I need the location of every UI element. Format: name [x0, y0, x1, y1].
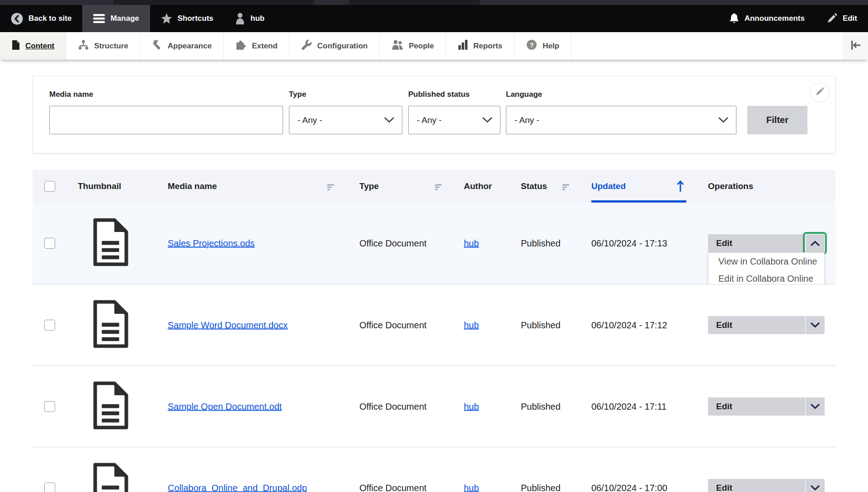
menu-item-structure[interactable]: Structure [66, 32, 141, 60]
table-header-row: Thumbnail Media name Type Author Status … [33, 170, 835, 203]
chevron-down-icon [810, 320, 820, 330]
menu-item-appearance[interactable]: Appearance [141, 32, 224, 60]
help-icon: ? [526, 39, 537, 52]
svg-text:?: ? [530, 41, 534, 49]
author-link[interactable]: hub [464, 238, 479, 249]
browser-tab-strip [0, 0, 868, 5]
row-checkbox[interactable] [44, 238, 55, 249]
manage-label: Manage [110, 14, 139, 23]
menu-item-help[interactable]: ? Help [514, 32, 571, 60]
person-icon [235, 13, 245, 24]
arrow-to-left-bar-icon [849, 39, 861, 53]
hamburger-icon [93, 14, 105, 24]
row-checkbox[interactable] [44, 401, 55, 412]
author-link[interactable]: hub [464, 320, 479, 330]
menu-item-label: Extend [252, 42, 278, 51]
admin-bar-spacer [275, 5, 718, 32]
published-status-select[interactable]: - Any - [408, 106, 500, 134]
chevron-down-icon [384, 115, 395, 125]
media-name-input[interactable] [49, 106, 283, 134]
header-status[interactable]: Status [521, 181, 547, 191]
operations-cell: Edit View in Collabora Online Edit in Co… [708, 234, 825, 252]
status-text: Published [521, 483, 561, 492]
published-status-select-value: - Any - [417, 115, 442, 125]
menu-item-label: Help [542, 42, 559, 51]
type-select[interactable]: - Any - [289, 106, 402, 134]
author-link[interactable]: hub [464, 401, 479, 412]
header-author: Author [464, 181, 492, 191]
pencil-icon [826, 13, 837, 24]
edit-button[interactable]: Edit [708, 316, 805, 334]
row-checkbox[interactable] [44, 483, 55, 492]
media-name-link[interactable]: Sample Word Document.docx [168, 320, 288, 330]
sort-ascending-arrow-icon[interactable] [676, 180, 684, 195]
header-type[interactable]: Type [359, 181, 379, 191]
status-text: Published [521, 238, 561, 249]
menu-item-people[interactable]: People [380, 32, 446, 60]
chevron-down-icon [810, 401, 820, 412]
document-thumbnail-icon [91, 300, 130, 350]
menu-item-configuration[interactable]: Configuration [290, 32, 380, 60]
sort-icon[interactable] [562, 183, 570, 193]
sort-icon[interactable] [435, 183, 443, 193]
header-media-name[interactable]: Media name [168, 181, 217, 191]
edit-mode-label: Edit [843, 14, 857, 23]
menu-item-extend[interactable]: Extend [224, 32, 290, 60]
back-to-site-button[interactable]: Back to site [0, 5, 82, 32]
content-icon [12, 40, 20, 52]
status-text: Published [521, 401, 561, 412]
user-label: hub [250, 14, 264, 23]
operations-toggle[interactable] [805, 479, 825, 492]
document-thumbnail-icon [91, 463, 130, 492]
shortcuts-button[interactable]: Shortcuts [150, 5, 224, 32]
toolbar-collapse-button[interactable] [843, 32, 868, 60]
edit-button[interactable]: Edit [708, 234, 805, 252]
menu-item-view-in-collabora[interactable]: View in Collabora Online [708, 253, 824, 270]
edit-mode-button[interactable]: Edit [816, 5, 868, 32]
operations-toggle-open[interactable] [805, 234, 825, 252]
media-name-link[interactable]: Sample Open Document.odt [168, 401, 282, 412]
pencil-icon [815, 87, 824, 98]
document-thumbnail-icon [91, 218, 130, 269]
language-label: Language [506, 90, 542, 99]
menu-item-label: Configuration [317, 42, 368, 51]
operations-toggle[interactable] [805, 397, 825, 416]
manage-menu-button[interactable]: Manage [82, 5, 150, 32]
header-updated-active-sort[interactable]: Updated [591, 181, 626, 191]
media-name-link[interactable]: Sales Projections.ods [168, 238, 255, 249]
author-link[interactable]: hub [464, 483, 479, 492]
chevron-down-icon [482, 115, 493, 125]
menu-item-label: Content [25, 42, 54, 51]
table-row: Sample Word Document.docx Office Documen… [33, 284, 835, 365]
row-checkbox[interactable] [44, 320, 55, 331]
chevron-down-icon [810, 483, 820, 492]
table-row: Collabora_Online_and_Drupal.odp Office D… [33, 447, 835, 492]
drupal-media-admin-page: Back to site Manage Shortcuts hub Annou [0, 0, 868, 492]
shortcuts-label: Shortcuts [178, 14, 213, 23]
edit-button[interactable]: Edit [708, 479, 805, 492]
media-name-link[interactable]: Collabora_Online_and_Drupal.odp [168, 483, 307, 492]
edit-button[interactable]: Edit [708, 397, 805, 416]
status-text: Published [521, 320, 561, 330]
user-menu-button[interactable]: hub [224, 5, 275, 32]
operations-toggle[interactable] [805, 316, 825, 334]
header-thumbnail: Thumbnail [78, 181, 121, 191]
wrench-icon [302, 40, 312, 52]
media-table: Thumbnail Media name Type Author Status … [33, 170, 835, 492]
filter-button[interactable]: Filter [747, 106, 807, 134]
chevron-down-icon [718, 115, 729, 125]
announcements-button[interactable]: Announcements [718, 5, 816, 32]
sort-icon[interactable] [327, 183, 335, 193]
language-select[interactable]: - Any - [506, 106, 736, 134]
toolbar-spacer [571, 32, 843, 60]
media-type: Office Document [359, 320, 427, 330]
menu-item-reports[interactable]: Reports [446, 32, 514, 60]
header-operations: Operations [708, 181, 753, 191]
type-label: Type [289, 90, 306, 99]
media-type: Office Document [359, 483, 427, 492]
select-all-checkbox[interactable] [44, 181, 55, 192]
table-row: Sales Projections.ods Office Document hu… [33, 203, 835, 284]
bar-chart-icon [458, 40, 468, 52]
menu-item-content[interactable]: Content [0, 32, 66, 60]
contextual-edit-button[interactable] [810, 83, 830, 103]
